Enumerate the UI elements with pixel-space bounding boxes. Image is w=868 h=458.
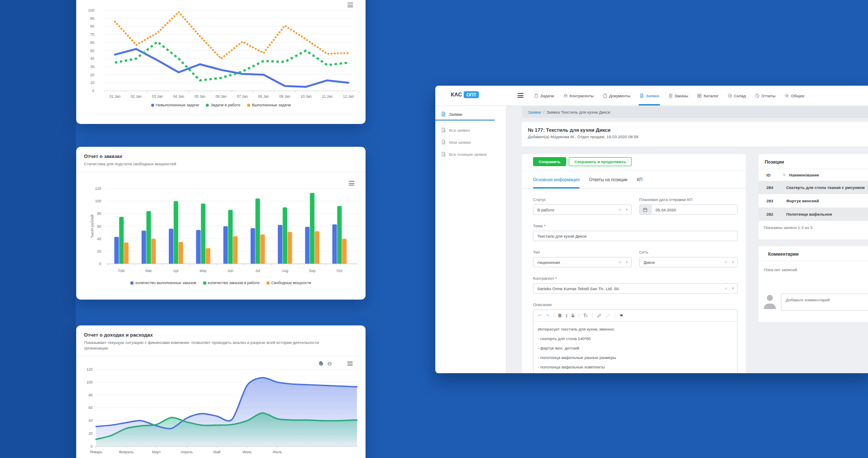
- svg-text:Feb: Feb: [118, 269, 125, 273]
- svg-text:50: 50: [90, 49, 95, 53]
- svg-text:09 Jan: 09 Jan: [279, 94, 291, 99]
- network-select[interactable]: Дикси × ▾: [639, 257, 738, 267]
- status-select[interactable]: В работе × ▾: [533, 204, 632, 215]
- planned-date-field[interactable]: 05.04.2020: [639, 204, 738, 215]
- clear-icon[interactable]: ×: [619, 207, 621, 212]
- tab-1[interactable]: Ответы на позиции: [589, 171, 627, 188]
- nav-item-Склад[interactable]: Склад: [728, 86, 746, 105]
- link-icon: [597, 313, 601, 318]
- sidebar-item-Все позиции заявок[interactable]: Все позиции заявок: [435, 148, 506, 160]
- description-line: Интересует текстиль для кухни, именно:: [538, 327, 733, 332]
- legend-label: количество выполненных заказов: [135, 281, 196, 285]
- undo-icon[interactable]: ↶: [538, 313, 541, 318]
- svg-text:Июнь: Июнь: [242, 450, 252, 454]
- clear-icon[interactable]: ×: [725, 260, 727, 265]
- legend-item: количество заказов в работе: [203, 281, 260, 285]
- zoom-in-icon[interactable]: ⊕: [319, 361, 323, 366]
- comment-input[interactable]: [781, 294, 868, 311]
- bold-icon[interactable]: B: [558, 313, 561, 318]
- crm-window: КАС ОПТ ЗадачиКонтрагентыДокументыЗаявки…: [435, 86, 868, 373]
- chart-menu-icon[interactable]: [349, 181, 354, 186]
- svg-text:100: 100: [95, 199, 101, 203]
- chevron-down-icon: ▾: [732, 287, 734, 290]
- nav-item-Общее[interactable]: Общее: [784, 86, 804, 105]
- redo-icon[interactable]: ↷: [546, 313, 549, 318]
- reports-icon: [755, 93, 760, 98]
- nav-item-Отчеты[interactable]: Отчеты: [755, 86, 775, 105]
- chart-menu-icon[interactable]: [347, 3, 353, 7]
- card-subtitle: Статистика для подсчета свободных мощнос…: [76, 159, 366, 167]
- tab-0[interactable]: Основная информация: [533, 171, 580, 188]
- clipboard-icon: [534, 93, 539, 98]
- document-icon: [603, 93, 608, 98]
- tab-2[interactable]: КП: [637, 171, 642, 188]
- calendar-icon: [643, 207, 648, 212]
- sidebar-item-Заявки[interactable]: Заявки: [435, 108, 506, 121]
- orders-report-card: 020406080100120Тысяч рублейFebMarAprMayJ…: [76, 147, 366, 300]
- table-row[interactable]: 283Фартук женский: [759, 194, 868, 207]
- save-button[interactable]: Сохранить: [533, 157, 566, 166]
- subject-input[interactable]: [533, 231, 738, 241]
- status-label: Статус: [533, 197, 632, 202]
- strikethrough-icon[interactable]: S: [571, 313, 574, 318]
- planned-date-value: 05.04.2020: [651, 205, 738, 214]
- editor-content[interactable]: Интересует текстиль для кухни, именно:- …: [533, 322, 737, 373]
- type-select[interactable]: Акционнная × ▾: [533, 257, 632, 267]
- clear-icon[interactable]: ×: [619, 260, 621, 265]
- breadcrumb-link[interactable]: Заявки: [528, 110, 541, 114]
- doc-edit-icon: [441, 139, 446, 145]
- svg-text:Апрель: Апрель: [180, 450, 193, 454]
- sort-icon[interactable]: ⇅: [783, 173, 786, 177]
- svg-text:100: 100: [87, 380, 93, 384]
- nav-item-Документы[interactable]: Документы: [603, 86, 630, 105]
- actions-row: Сохранить Сохранить и продолжить: [533, 157, 738, 166]
- table-row[interactable]: 282Полотенце вафельное: [759, 207, 868, 221]
- description-line: - фартук жен, детский: [538, 346, 733, 351]
- nav-item-Заявки[interactable]: Заявки: [639, 86, 659, 105]
- svg-text:90: 90: [90, 16, 95, 21]
- chevron-down-icon: ▾: [626, 260, 628, 264]
- svg-text:0: 0: [90, 444, 93, 449]
- svg-text:40: 40: [89, 418, 93, 423]
- link-icon[interactable]: [597, 313, 601, 318]
- svg-text:08 Jan: 08 Jan: [258, 94, 269, 99]
- unlink-icon[interactable]: [606, 313, 611, 318]
- save-continue-button[interactable]: Сохранить и продолжить: [569, 157, 632, 166]
- network-value: Дикси: [644, 260, 655, 265]
- table-header: ID ⇅ Наименование ⇅: [759, 169, 868, 181]
- crm-header: КАС ОПТ ЗадачиКонтрагентыДокументыЗаявки…: [435, 86, 868, 106]
- svg-text:Apr: Apr: [173, 269, 179, 273]
- calendar-icon[interactable]: [640, 205, 651, 214]
- legend-swatch: [267, 282, 270, 285]
- nav-item-Заказы[interactable]: Заказы: [668, 86, 688, 105]
- flag-icon[interactable]: ⚑: [620, 313, 623, 318]
- legend-swatch: [203, 282, 206, 285]
- column-name: Наименование: [789, 173, 819, 177]
- svg-text:40: 40: [97, 237, 102, 241]
- table-row[interactable]: 284Скатерть для стола тканая с рисунком: [759, 181, 868, 194]
- nav-item-Контрагенты[interactable]: Контрагенты: [563, 86, 594, 105]
- sidebar-item-Мои заявки[interactable]: Мои заявки: [435, 136, 506, 148]
- legend-swatch: [206, 104, 209, 107]
- nav-item-Задачи[interactable]: Задачи: [534, 86, 554, 105]
- divider: [76, 356, 366, 356]
- svg-text:20: 20: [90, 73, 95, 77]
- grid-icon: [697, 93, 702, 98]
- sidebar-item-Все заявки[interactable]: Все заявки: [435, 124, 506, 136]
- hamburger-menu-icon[interactable]: [518, 93, 524, 98]
- nav-item-Каталог[interactable]: Каталог: [697, 86, 719, 105]
- clear-icon[interactable]: ×: [725, 286, 727, 291]
- contractor-select[interactable]: Sarteks Orme Kumas Tekstil San Tic. Ltd.…: [533, 283, 738, 294]
- menu-icon[interactable]: [347, 362, 353, 365]
- logo[interactable]: КАС ОПТ: [451, 91, 479, 98]
- clear-format-icon[interactable]: Tx: [583, 313, 588, 318]
- svg-text:120: 120: [87, 367, 93, 371]
- zoom-out-icon[interactable]: ⊖: [327, 361, 332, 366]
- planned-date-label: Плановая дата отправки КП: [639, 197, 738, 202]
- nav-item-label: Заявки: [646, 93, 659, 98]
- legend-swatch: [151, 104, 154, 107]
- italic-icon[interactable]: I: [566, 313, 567, 318]
- positions-title: Позиции: [759, 154, 868, 169]
- svg-text:06 Jan: 06 Jan: [216, 94, 227, 99]
- legend-label: Задачи в работе: [211, 103, 240, 107]
